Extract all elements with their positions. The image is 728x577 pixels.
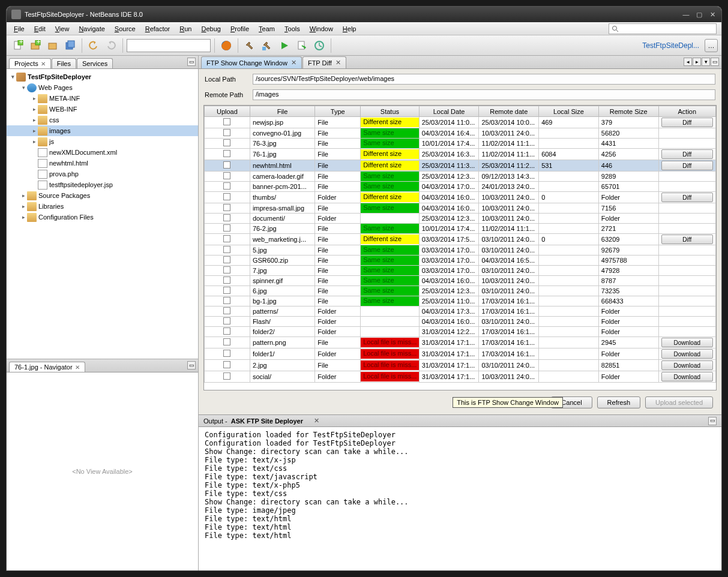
upload-checkbox[interactable] [223, 214, 230, 221]
column-header[interactable]: Local Size [539, 106, 599, 117]
tab-list-button[interactable]: ▾ [702, 58, 710, 66]
upload-checkbox[interactable] [223, 350, 230, 357]
tree-node[interactable]: newXMLDocument.xml [7, 147, 198, 158]
close-icon[interactable]: ✕ [41, 61, 46, 67]
upload-checkbox[interactable] [223, 161, 230, 169]
table-row[interactable]: newhtml.htmlFileDifferent size25/03/2014… [205, 160, 716, 172]
output-tab[interactable]: Output - ASK FTP Site Deployer ✕ ▭ [199, 415, 721, 427]
debug-button[interactable] [294, 38, 310, 53]
upload-checkbox[interactable] [223, 139, 230, 146]
menu-navigate[interactable]: Navigate [74, 23, 109, 34]
upload-checkbox[interactable] [223, 150, 230, 157]
upload-checkbox[interactable] [223, 266, 230, 274]
diff-button[interactable]: Diff [661, 193, 713, 202]
table-row[interactable]: camera-loader.gifFileSame size25/03/2014… [205, 172, 716, 182]
tab-next-button[interactable]: ▸ [693, 58, 701, 66]
table-row[interactable]: 76-3.jpgFileSame size10/01/2014 17:4...1… [205, 139, 716, 149]
close-icon[interactable]: ✕ [314, 417, 319, 425]
column-header[interactable]: File [250, 106, 314, 117]
table-row[interactable]: GSR600.zipFileSame size03/03/2014 17:0..… [205, 256, 716, 266]
firefox-icon[interactable] [218, 38, 234, 53]
maximize-button[interactable]: ▢ [695, 10, 703, 19]
diff-button[interactable]: Diff [661, 161, 713, 170]
upload-checkbox[interactable] [223, 297, 230, 304]
output-body[interactable]: Configuration loaded for TestFtpSiteDepl… [199, 427, 721, 570]
column-header[interactable]: Remote date [479, 106, 539, 117]
minimize-panel-button[interactable]: ▭ [187, 58, 196, 66]
menu-source[interactable]: Source [110, 23, 140, 34]
tree-node[interactable]: ▸WEB-INF [7, 104, 198, 115]
download-button[interactable]: Download [661, 349, 713, 359]
table-row[interactable]: convegno-01.jpgFileSame size04/03/2014 1… [205, 128, 716, 139]
tree-node[interactable]: testftpsitedeployer.jsp [7, 179, 198, 190]
upload-checkbox[interactable] [223, 182, 230, 190]
new-project-button[interactable]: + [28, 38, 43, 53]
table-row[interactable]: 76-2.jpgFileSame size10/01/2014 17:4...1… [205, 224, 716, 234]
upload-checkbox[interactable] [223, 307, 230, 314]
table-row[interactable]: web_marketing.j...FileDifferent size03/0… [205, 234, 716, 245]
download-button[interactable]: Download [661, 372, 713, 381]
remote-path-field[interactable]: /images [253, 89, 715, 100]
table-row[interactable]: folder2/Folder31/03/2014 12:2...17/03/20… [205, 327, 716, 337]
clean-build-button[interactable] [259, 38, 275, 53]
close-button[interactable]: ✕ [708, 10, 717, 19]
local-path-field[interactable]: /sources/SVN/TestFtpSiteDeployer/web/ima… [253, 74, 715, 85]
tree-node[interactable]: ▸js [7, 136, 198, 147]
table-row[interactable]: 5.jpgFileSame size03/03/2014 17:0...03/1… [205, 245, 716, 256]
open-project-button[interactable] [45, 38, 61, 53]
table-row[interactable]: documenti/Folder25/03/2014 12:3...10/03/… [205, 214, 716, 224]
upload-checkbox[interactable] [223, 246, 230, 253]
menu-refactor[interactable]: Refactor [140, 23, 175, 34]
column-header[interactable]: Local Date [419, 106, 479, 117]
close-icon[interactable]: ✕ [291, 59, 296, 67]
table-row[interactable]: 7.jpgFileSame size03/03/2014 17:0...03/1… [205, 266, 716, 276]
quick-search[interactable] [609, 23, 717, 34]
tree-node[interactable]: ▾Web Pages [7, 82, 198, 93]
upload-checkbox[interactable] [223, 256, 230, 263]
save-all-button[interactable] [62, 38, 78, 53]
table-row[interactable]: impresa-small.jpgFileSame size04/03/2014… [205, 203, 716, 214]
table-row[interactable]: banner-pcm-201...FileSame size04/03/2014… [205, 182, 716, 192]
minimize-panel-button[interactable]: ▭ [708, 417, 717, 425]
table-row[interactable]: 76-1.jpgFileDifferent size25/03/2014 16:… [205, 149, 716, 160]
table-row[interactable]: thumbs/FolderDifferent size04/03/2014 16… [205, 192, 716, 203]
column-header[interactable]: Type [315, 106, 361, 117]
diff-button[interactable]: Diff [661, 149, 713, 159]
upload-checkbox[interactable] [223, 372, 230, 380]
tree-node[interactable]: ▸Source Packages [7, 190, 198, 201]
redo-button[interactable] [103, 38, 119, 53]
upload-checkbox[interactable] [223, 338, 230, 345]
tree-node[interactable]: ▾TestFtpSiteDeployer [7, 71, 198, 82]
download-button[interactable]: Download [661, 338, 713, 347]
menu-help[interactable]: Help [338, 23, 361, 34]
column-header[interactable]: Action [658, 106, 715, 117]
close-icon[interactable]: ✕ [335, 59, 341, 67]
tree-node[interactable]: newhtml.html [7, 158, 198, 169]
project-more-button[interactable]: … [705, 39, 718, 52]
upload-checkbox[interactable] [223, 224, 230, 232]
tree-node[interactable]: ▸META-INF [7, 93, 198, 104]
close-icon[interactable]: ✕ [75, 364, 80, 371]
column-header[interactable]: Remote Size [598, 106, 658, 117]
diff-button[interactable]: Diff [661, 118, 713, 127]
upload-checkbox[interactable] [223, 235, 230, 242]
upload-checkbox[interactable] [223, 172, 230, 179]
run-button[interactable] [277, 38, 292, 53]
table-row[interactable]: newjsp.jspFileDifferent size25/03/2014 1… [205, 117, 716, 128]
upload-checkbox[interactable] [223, 361, 230, 368]
upload-checkbox[interactable] [223, 129, 230, 136]
editor-tab[interactable]: FTP Show Change Window✕ [201, 56, 302, 68]
menu-file[interactable]: File [9, 23, 29, 34]
download-button[interactable]: Download [661, 360, 713, 370]
config-combo[interactable] [127, 39, 211, 52]
file-grid[interactable]: UploadFileTypeStatusLocal DateRemote dat… [203, 105, 717, 390]
project-tree[interactable]: ▾TestFtpSiteDeployer▾Web Pages▸META-INF▸… [7, 69, 198, 359]
menu-team[interactable]: Team [254, 23, 280, 34]
tab-prev-button[interactable]: ◂ [684, 58, 692, 66]
upload-checkbox[interactable] [223, 204, 230, 211]
tree-node[interactable]: ▸Configuration Files [7, 212, 198, 223]
menu-debug[interactable]: Debug [196, 23, 225, 34]
menu-edit[interactable]: Edit [29, 23, 50, 34]
tree-node[interactable]: ▸css [7, 115, 198, 125]
table-row[interactable]: folder1/FolderLocal file is miss...31/03… [205, 348, 716, 360]
